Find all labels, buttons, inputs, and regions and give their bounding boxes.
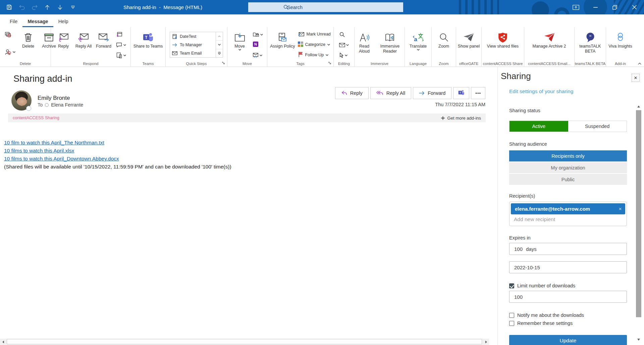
audience-recipients-only-button[interactable]: Recipients only bbox=[509, 150, 627, 161]
mark-unread-button[interactable]: Mark Unread bbox=[298, 30, 331, 39]
share-to-teams-button[interactable]: T Share to Teams bbox=[133, 29, 163, 49]
immersive-reader-button[interactable]: Immersive Reader bbox=[375, 29, 405, 54]
presence-circle-icon bbox=[45, 103, 49, 107]
quick-steps-scroll-up-button[interactable] bbox=[216, 32, 223, 41]
tab-message[interactable]: Message bbox=[22, 16, 53, 27]
remove-recipient-icon[interactable]: ✕ bbox=[619, 207, 622, 211]
redo-button[interactable] bbox=[29, 2, 40, 13]
panel-close-button[interactable]: ✕ bbox=[632, 74, 640, 82]
follow-up-button[interactable]: Follow Up bbox=[298, 51, 331, 59]
save-button[interactable] bbox=[3, 2, 15, 13]
more-actions-button[interactable]: ••• bbox=[471, 87, 485, 99]
recipients-box[interactable]: elena.ferrante@tech-arrow.com ✕ Add new … bbox=[509, 202, 627, 226]
meeting-button[interactable] bbox=[115, 30, 127, 39]
attachment-link[interactable]: 10 films to watch this April_Downtown Ab… bbox=[4, 155, 119, 163]
select-button[interactable] bbox=[338, 51, 350, 59]
quick-steps-scroll-down-button[interactable] bbox=[216, 41, 223, 49]
rules-button[interactable] bbox=[252, 30, 264, 39]
move-button[interactable]: Move bbox=[230, 29, 250, 51]
forward-action-button[interactable]: Forward bbox=[413, 87, 451, 99]
get-more-addins-button[interactable]: Get more add-ins bbox=[441, 116, 481, 121]
svg-text:‘‘: ‘‘ bbox=[589, 34, 591, 39]
ribbon-display-options-button[interactable] bbox=[566, 0, 586, 14]
status-suspended-button[interactable]: Suspended bbox=[568, 121, 627, 132]
share-to-teams-action-button[interactable]: T bbox=[453, 87, 469, 99]
notify-downloads-checkbox[interactable] bbox=[509, 313, 514, 318]
find-button[interactable] bbox=[338, 30, 350, 39]
attachment-link[interactable]: 10 film to watch this April_The Northman… bbox=[4, 139, 104, 147]
expires-days-input[interactable]: 100 days bbox=[509, 243, 627, 255]
quick-steps-dialog-launcher[interactable] bbox=[221, 61, 226, 66]
previous-item-button[interactable] bbox=[42, 2, 53, 13]
collapse-ribbon-button[interactable] bbox=[638, 63, 641, 65]
tags-dialog-launcher[interactable] bbox=[328, 61, 332, 66]
scroll-down-arrow[interactable] bbox=[635, 337, 642, 342]
remember-settings-checkbox[interactable] bbox=[509, 321, 514, 326]
minimize-button[interactable] bbox=[586, 0, 605, 14]
translate-button[interactable]: a Translate bbox=[409, 29, 428, 51]
viva-insights-button[interactable]: Viva Insights bbox=[608, 29, 632, 49]
zoom-button[interactable]: Zoom bbox=[434, 29, 453, 49]
scroll-up-arrow[interactable] bbox=[635, 104, 642, 109]
more-respond-button[interactable] bbox=[115, 51, 127, 59]
search-box[interactable]: Search bbox=[248, 2, 403, 12]
status-active-button[interactable]: Active bbox=[509, 121, 568, 132]
reply-all-icon bbox=[78, 31, 89, 44]
expires-date-input[interactable]: 2022-10-15 bbox=[509, 261, 627, 273]
categorize-button[interactable]: Categorize bbox=[298, 40, 331, 49]
reply-all-button[interactable]: Reply All bbox=[74, 29, 93, 49]
forward-button[interactable]: Forward bbox=[94, 29, 113, 49]
quick-step-datetest[interactable]: DateTest bbox=[170, 32, 216, 41]
view-shared-files-button[interactable]: View shared files bbox=[487, 29, 519, 49]
remember-settings-label: Remember these settings bbox=[517, 321, 573, 326]
message-date: Thu 7/7/2022 11:15 AM bbox=[435, 102, 485, 107]
next-item-button[interactable] bbox=[54, 2, 66, 13]
related-button[interactable] bbox=[338, 41, 350, 49]
limit-downloads-checkbox[interactable] bbox=[509, 283, 514, 288]
undo-button[interactable] bbox=[16, 2, 28, 13]
cursor-icon bbox=[339, 53, 344, 58]
ribbon-group-language: a Translate Language bbox=[405, 27, 432, 67]
quick-step-team-email[interactable]: Team Email bbox=[170, 49, 216, 57]
mail-actions-button[interactable] bbox=[252, 51, 264, 59]
restore-button[interactable] bbox=[605, 0, 625, 14]
block-sender-button[interactable] bbox=[3, 48, 16, 56]
scroll-left-arrow[interactable] bbox=[0, 339, 6, 345]
assign-policy-button[interactable]: Assign Policy bbox=[270, 29, 295, 49]
tab-file[interactable]: File bbox=[5, 16, 22, 27]
audience-public-button[interactable]: Public bbox=[509, 174, 627, 185]
horizontal-scrollbar[interactable] bbox=[0, 339, 489, 345]
reply-button[interactable]: Reply bbox=[54, 29, 73, 49]
recipient-name[interactable]: Elena Ferrante bbox=[51, 102, 83, 108]
im-button[interactable] bbox=[115, 41, 127, 49]
update-button[interactable]: Update bbox=[509, 335, 627, 345]
show-panel-button[interactable]: Show panel bbox=[458, 29, 480, 49]
add-recipient-input[interactable]: Add new recipient bbox=[511, 214, 625, 224]
recipient-chip[interactable]: elena.ferrante@tech-arrow.com ✕ bbox=[511, 203, 625, 214]
scroll-right-arrow[interactable] bbox=[483, 339, 489, 345]
chevron-down-icon bbox=[238, 49, 241, 51]
attachment-link[interactable]: 10 films to watch this April.xlsx bbox=[4, 147, 74, 155]
manage-archive-button[interactable]: Manage Archive 2 bbox=[532, 29, 566, 49]
read-aloud-button[interactable]: Read Aloud bbox=[355, 29, 374, 54]
customize-qat-button[interactable] bbox=[67, 2, 78, 13]
tab-help[interactable]: Help bbox=[53, 16, 73, 27]
quick-step-to-manager[interactable]: To Manager bbox=[170, 41, 216, 49]
quick-steps-more-button[interactable] bbox=[216, 49, 223, 57]
onenote-button[interactable]: N bbox=[252, 41, 264, 49]
scrollbar-thumb[interactable] bbox=[7, 339, 482, 344]
sender-name[interactable]: Emily Bronte bbox=[38, 95, 70, 101]
delete-button[interactable]: Delete bbox=[18, 29, 38, 49]
teamstalk-button[interactable]: ‘‘ teamsTALK BETA bbox=[575, 29, 606, 54]
reply-all-action-button[interactable]: Reply All bbox=[370, 87, 411, 99]
panel-scrollbar[interactable] bbox=[635, 104, 642, 342]
edit-settings-link[interactable]: Edit settings of your sharing bbox=[509, 88, 627, 94]
quick-step-label: DateTest bbox=[180, 34, 196, 39]
scrollbar-thumb[interactable] bbox=[636, 110, 641, 317]
close-button[interactable] bbox=[625, 0, 644, 14]
download-limit-input[interactable]: 100 bbox=[509, 291, 627, 303]
audience-my-organization-button[interactable]: My organization bbox=[509, 162, 627, 173]
reply-action-button[interactable]: Reply bbox=[335, 87, 369, 99]
contentaccess-sharing-tab[interactable]: contentACCESS Sharing bbox=[13, 116, 59, 120]
ignore-button[interactable] bbox=[3, 30, 16, 39]
